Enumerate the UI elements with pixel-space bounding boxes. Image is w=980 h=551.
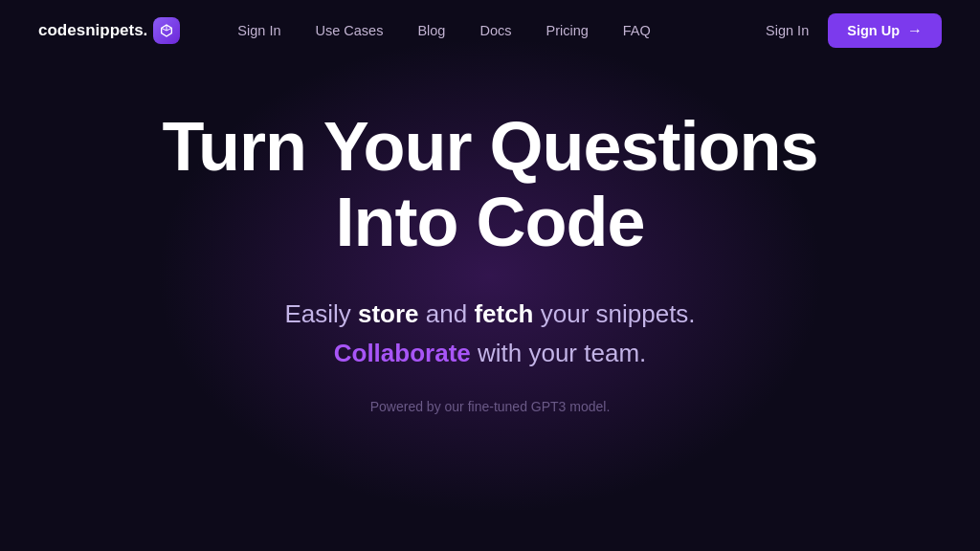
subtitle-prefix: Easily [284,299,358,328]
subtitle-collaborate: Collaborate [334,339,471,367]
signup-label: Sign Up [847,23,900,38]
arrow-right-icon: → [907,22,923,39]
nav-link-faq[interactable]: FAQ [623,23,651,38]
subtitle-and: and [419,299,475,328]
subtitle-suffix: your snippets. [534,299,696,328]
nav-links: Sign In Use Cases Blog Docs Pricing FAQ [237,23,766,38]
nav-signin-button[interactable]: Sign In [766,23,809,38]
nav-link-pricing[interactable]: Pricing [546,23,588,38]
nav-link-docs[interactable]: Docs [479,23,511,38]
nav-link-blog[interactable]: Blog [417,23,445,38]
nav-link-use-cases[interactable]: Use Cases [315,23,383,38]
hero-section: Turn Your Questions Into Code Easily sto… [0,61,980,414]
hero-subtitle: Easily store and fetch your snippets. Co… [284,295,695,372]
logo[interactable]: codesnippets. [38,17,180,44]
subtitle-fetch: fetch [474,299,533,328]
hero-title: Turn Your Questions Into Code [107,109,873,260]
subtitle-line2-rest: with your team. [471,339,647,367]
hero-powered: Powered by our fine-tuned GPT3 model. [370,399,611,414]
nav-link-signin-left[interactable]: Sign In [237,23,280,38]
logo-text: codesnippets. [38,21,147,40]
logo-icon [153,17,180,44]
nav-signup-button[interactable]: Sign Up → [828,13,942,48]
nav-right: Sign In Sign Up → [766,13,942,48]
navbar: codesnippets. Sign In Use Cases Blog Doc… [0,0,980,61]
subtitle-store: store [358,299,419,328]
